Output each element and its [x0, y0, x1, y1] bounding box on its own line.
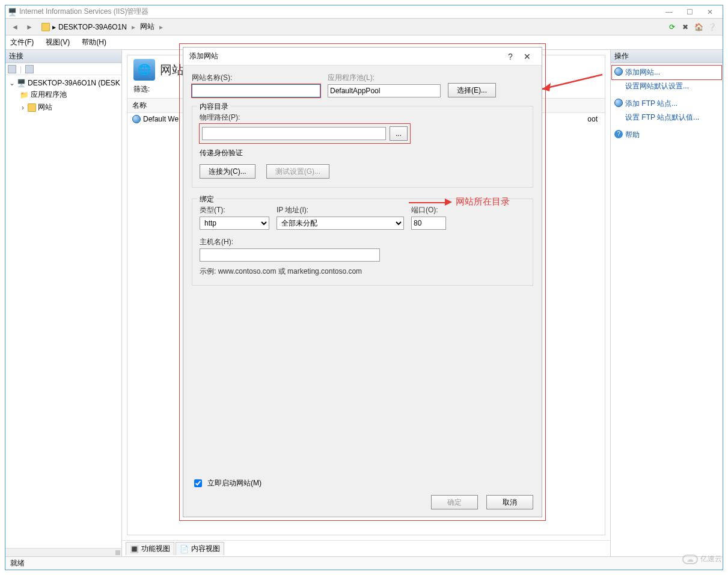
svg-marker-1	[542, 83, 551, 91]
sites-icon: 🌐	[133, 59, 155, 81]
type-select[interactable]: http	[200, 217, 269, 230]
stop-icon[interactable]: ✖	[679, 21, 691, 33]
hostname-example: 示例: www.contoso.com 或 marketing.contoso.…	[200, 266, 525, 277]
browse-button[interactable]: ...	[390, 126, 408, 141]
site-name: Default We	[143, 115, 179, 123]
actions-panel: 操作 添加网站... 设置网站默认设置... 添加 FTP 站点... 设置 F…	[611, 50, 723, 556]
menu-file[interactable]: 文件(F)	[10, 37, 34, 48]
back-button[interactable]: ◄	[8, 21, 22, 33]
scrollbar-horizontal[interactable]	[5, 548, 121, 556]
ok-button: 确定	[431, 495, 478, 509]
port-input[interactable]	[411, 217, 446, 230]
refresh-icon[interactable]: ⟳	[666, 21, 678, 33]
filter-label: 筛选:	[133, 84, 150, 94]
globe-icon	[132, 115, 141, 123]
site-name-input[interactable]	[192, 84, 320, 97]
minimize-button[interactable]: —	[659, 6, 679, 18]
action-set-site-defaults[interactable]: 设置网站默认设置...	[612, 79, 721, 93]
actions-header: 操作	[611, 50, 723, 63]
help-icon[interactable]: ❔	[706, 21, 718, 33]
globe-icon	[614, 67, 623, 76]
physical-path-input[interactable]	[202, 127, 386, 140]
app-pool-label: 应用程序池(L):	[328, 73, 441, 83]
close-button[interactable]: ✕	[700, 6, 720, 18]
cancel-button[interactable]: 取消	[486, 495, 533, 509]
save-icon[interactable]	[25, 65, 34, 73]
add-website-dialog: 添加网站 ? ✕ 网站名称(S): 应用程序池(L): 选择(E)... 内容目…	[183, 47, 542, 517]
passthrough-label: 传递身份验证	[200, 148, 525, 158]
action-help[interactable]: ? 帮助	[612, 128, 721, 142]
connections-panel: 连接 | ⌄🖥️ DESKTOP-39A6O1N (DESK 📁应用程序池 › …	[5, 50, 122, 556]
connections-toolbar: |	[5, 63, 121, 75]
binding-group-label: 绑定	[197, 194, 216, 204]
test-settings-button: 测试设置(G)...	[266, 164, 329, 179]
site-path-suffix: oot	[587, 115, 598, 123]
tree-sites-label: 网站	[38, 102, 52, 112]
annotation-physical-path: 网站所在目录	[456, 196, 510, 208]
help-icon: ?	[614, 130, 623, 138]
start-website-label: 立即启动网站(M)	[207, 478, 262, 488]
annotation-arrow-add-site	[542, 71, 608, 95]
ip-select[interactable]: 全部未分配	[277, 217, 404, 230]
tree-node-sites[interactable]: › 网站	[7, 101, 120, 114]
dialog-help-button[interactable]: ?	[502, 52, 519, 61]
tree-apppools-label: 应用程序池	[31, 90, 67, 100]
action-add-ftp-site[interactable]: 添加 FTP 站点...	[612, 97, 721, 111]
iis-icon: 🖥️	[8, 8, 17, 16]
breadcrumb[interactable]: ▸ DESKTOP-39A6O1N ▸ 网站 ▸	[41, 22, 666, 32]
hostname-input[interactable]	[200, 248, 380, 262]
maximize-button[interactable]: ☐	[679, 6, 700, 18]
connections-header: 连接	[5, 50, 121, 63]
content-group-label: 内容目录	[197, 102, 231, 112]
forward-button[interactable]: ►	[22, 21, 37, 33]
tab-content-view[interactable]: 📄内容视图	[176, 542, 224, 555]
tree-node-apppools[interactable]: 📁应用程序池	[7, 88, 120, 101]
app-pool-input	[328, 84, 441, 97]
tree-server-label: DESKTOP-39A6O1N (DESK	[28, 79, 120, 87]
view-tabs: 🔳功能视图 📄内容视图	[122, 540, 610, 556]
ip-label: IP 地址(I):	[277, 205, 404, 215]
action-set-ftp-defaults[interactable]: 设置 FTP 站点默认值...	[612, 111, 721, 125]
status-bar: 就绪	[5, 556, 723, 570]
port-label: 端口(O):	[411, 205, 446, 215]
cloud-icon	[682, 555, 698, 564]
dialog-titlebar: 添加网站 ? ✕	[183, 48, 542, 66]
titlebar: 🖥️ Internet Information Services (IIS)管理…	[5, 5, 723, 19]
folder-icon	[28, 103, 36, 112]
hostname-label: 主机名(H):	[200, 237, 380, 247]
physical-path-label: 物理路径(P):	[200, 112, 525, 123]
site-name-label: 网站名称(S):	[192, 73, 320, 83]
type-label: 类型(T):	[200, 205, 269, 215]
breadcrumb-host[interactable]: DESKTOP-39A6O1N	[58, 23, 127, 31]
connect-icon[interactable]	[8, 65, 16, 73]
dialog-title: 添加网站	[189, 51, 502, 61]
home-icon[interactable]: 🏠	[693, 21, 705, 33]
globe-icon	[614, 99, 623, 107]
tab-features-view[interactable]: 🔳功能视图	[126, 542, 174, 555]
page-title: 网站	[160, 62, 184, 78]
folder-icon	[41, 23, 50, 31]
start-website-checkbox[interactable]	[194, 479, 202, 487]
window-title: Internet Information Services (IIS)管理器	[19, 7, 659, 17]
connect-as-button[interactable]: 连接为(C)...	[200, 164, 255, 179]
nav-toolbar: ◄ ► ▸ DESKTOP-39A6O1N ▸ 网站 ▸ ⟳ ✖ 🏠 ❔	[5, 19, 723, 35]
tree-node-server[interactable]: ⌄🖥️ DESKTOP-39A6O1N (DESK	[7, 78, 120, 88]
select-app-pool-button[interactable]: 选择(E)...	[448, 83, 496, 97]
menu-view[interactable]: 视图(V)	[46, 37, 70, 48]
action-add-website[interactable]: 添加网站...	[612, 66, 721, 79]
annotation-arrow	[409, 202, 445, 203]
breadcrumb-sites[interactable]: 网站	[140, 22, 154, 32]
dialog-close-button[interactable]: ✕	[519, 52, 536, 61]
connections-tree[interactable]: ⌄🖥️ DESKTOP-39A6O1N (DESK 📁应用程序池 › 网站	[5, 75, 121, 548]
arrowhead-icon	[445, 198, 452, 206]
menu-help[interactable]: 帮助(H)	[82, 37, 106, 48]
watermark: 亿速云	[682, 554, 722, 564]
svg-line-0	[542, 75, 602, 89]
status-text: 就绪	[10, 558, 25, 568]
